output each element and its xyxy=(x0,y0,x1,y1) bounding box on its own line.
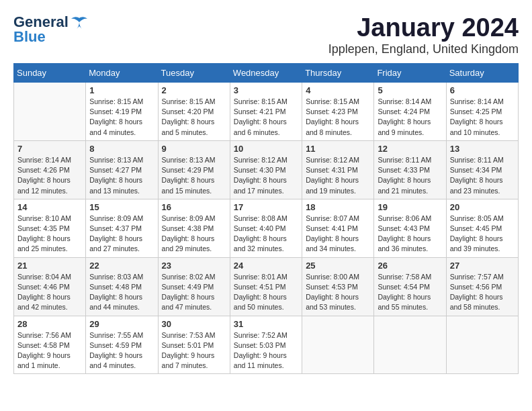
col-tuesday: Tuesday xyxy=(158,64,230,83)
calendar-cell: 5Sunrise: 8:14 AM Sunset: 4:24 PM Daylig… xyxy=(374,83,446,141)
day-number: 10 xyxy=(234,144,298,154)
day-number: 15 xyxy=(89,202,154,212)
day-number: 9 xyxy=(162,144,226,154)
calendar-cell: 1Sunrise: 8:15 AM Sunset: 4:19 PM Daylig… xyxy=(86,83,158,141)
day-number: 21 xyxy=(17,261,82,271)
day-number: 20 xyxy=(450,202,515,212)
calendar-body: 1Sunrise: 8:15 AM Sunset: 4:19 PM Daylig… xyxy=(14,83,519,374)
day-info: Sunrise: 7:58 AM Sunset: 4:54 PM Dayligh… xyxy=(378,272,442,313)
day-info: Sunrise: 8:13 AM Sunset: 4:27 PM Dayligh… xyxy=(89,155,154,196)
calendar-cell: 19Sunrise: 8:06 AM Sunset: 4:43 PM Dayli… xyxy=(374,199,446,257)
logo-blue-text: Blue xyxy=(13,28,46,46)
col-wednesday: Wednesday xyxy=(230,64,302,83)
calendar-cell: 24Sunrise: 8:01 AM Sunset: 4:51 PM Dayli… xyxy=(230,257,302,316)
day-number: 27 xyxy=(450,261,515,271)
calendar-week-4: 21Sunrise: 8:04 AM Sunset: 4:46 PM Dayli… xyxy=(14,257,519,316)
day-info: Sunrise: 8:11 AM Sunset: 4:34 PM Dayligh… xyxy=(450,155,515,196)
day-info: Sunrise: 8:15 AM Sunset: 4:20 PM Dayligh… xyxy=(162,97,226,138)
day-number: 14 xyxy=(17,202,82,212)
calendar-cell: 13Sunrise: 8:11 AM Sunset: 4:34 PM Dayli… xyxy=(446,140,518,199)
day-info: Sunrise: 8:06 AM Sunset: 4:43 PM Dayligh… xyxy=(378,214,442,255)
day-info: Sunrise: 8:02 AM Sunset: 4:49 PM Dayligh… xyxy=(162,272,226,313)
calendar-table: Sunday Monday Tuesday Wednesday Thursday… xyxy=(13,63,519,374)
day-info: Sunrise: 8:04 AM Sunset: 4:46 PM Dayligh… xyxy=(17,272,82,313)
day-number: 3 xyxy=(234,85,298,95)
day-number: 24 xyxy=(234,261,298,271)
day-info: Sunrise: 8:12 AM Sunset: 4:30 PM Dayligh… xyxy=(234,155,298,196)
day-number: 30 xyxy=(162,319,226,329)
calendar-cell xyxy=(374,316,446,374)
day-number: 4 xyxy=(306,85,370,95)
day-info: Sunrise: 8:09 AM Sunset: 4:37 PM Dayligh… xyxy=(89,214,154,255)
day-info: Sunrise: 8:15 AM Sunset: 4:21 PM Dayligh… xyxy=(234,97,298,138)
day-info: Sunrise: 7:56 AM Sunset: 4:58 PM Dayligh… xyxy=(17,330,82,371)
header-row: Sunday Monday Tuesday Wednesday Thursday… xyxy=(14,64,519,83)
day-info: Sunrise: 8:01 AM Sunset: 4:51 PM Dayligh… xyxy=(234,272,298,313)
calendar-week-3: 14Sunrise: 8:10 AM Sunset: 4:35 PM Dayli… xyxy=(14,199,519,257)
day-number: 22 xyxy=(89,261,154,271)
calendar-cell xyxy=(14,83,86,141)
day-info: Sunrise: 7:52 AM Sunset: 5:03 PM Dayligh… xyxy=(234,330,298,371)
day-number: 29 xyxy=(89,319,154,329)
day-info: Sunrise: 8:14 AM Sunset: 4:24 PM Dayligh… xyxy=(378,97,442,138)
day-number: 25 xyxy=(306,261,370,271)
col-sunday: Sunday xyxy=(14,64,86,83)
calendar-cell: 4Sunrise: 8:15 AM Sunset: 4:23 PM Daylig… xyxy=(302,83,374,141)
day-number: 26 xyxy=(378,261,442,271)
calendar-cell: 25Sunrise: 8:00 AM Sunset: 4:53 PM Dayli… xyxy=(302,257,374,316)
title-section: January 2024 Ipplepen, England, United K… xyxy=(328,13,519,56)
calendar-cell xyxy=(302,316,374,374)
calendar-cell: 6Sunrise: 8:14 AM Sunset: 4:25 PM Daylig… xyxy=(446,83,518,141)
col-monday: Monday xyxy=(86,64,158,83)
day-number: 5 xyxy=(378,85,442,95)
calendar-cell: 30Sunrise: 7:53 AM Sunset: 5:01 PM Dayli… xyxy=(158,316,230,374)
calendar-week-2: 7Sunrise: 8:14 AM Sunset: 4:26 PM Daylig… xyxy=(14,140,519,199)
col-saturday: Saturday xyxy=(446,64,518,83)
day-number: 31 xyxy=(234,319,298,329)
calendar-cell: 28Sunrise: 7:56 AM Sunset: 4:58 PM Dayli… xyxy=(14,316,86,374)
calendar-cell: 17Sunrise: 8:08 AM Sunset: 4:40 PM Dayli… xyxy=(230,199,302,257)
day-info: Sunrise: 8:13 AM Sunset: 4:29 PM Dayligh… xyxy=(162,155,226,196)
calendar-cell: 21Sunrise: 8:04 AM Sunset: 4:46 PM Dayli… xyxy=(14,257,86,316)
day-info: Sunrise: 8:10 AM Sunset: 4:35 PM Dayligh… xyxy=(17,214,82,255)
day-info: Sunrise: 8:08 AM Sunset: 4:40 PM Dayligh… xyxy=(234,214,298,255)
calendar-cell: 15Sunrise: 8:09 AM Sunset: 4:37 PM Dayli… xyxy=(86,199,158,257)
calendar-cell: 22Sunrise: 8:03 AM Sunset: 4:48 PM Dayli… xyxy=(86,257,158,316)
calendar-cell: 8Sunrise: 8:13 AM Sunset: 4:27 PM Daylig… xyxy=(86,140,158,199)
day-number: 17 xyxy=(234,202,298,212)
calendar-cell: 11Sunrise: 8:12 AM Sunset: 4:31 PM Dayli… xyxy=(302,140,374,199)
day-info: Sunrise: 8:14 AM Sunset: 4:26 PM Dayligh… xyxy=(17,155,82,196)
day-number: 28 xyxy=(17,319,82,329)
calendar-cell: 14Sunrise: 8:10 AM Sunset: 4:35 PM Dayli… xyxy=(14,199,86,257)
calendar-cell: 9Sunrise: 8:13 AM Sunset: 4:29 PM Daylig… xyxy=(158,140,230,199)
day-info: Sunrise: 8:15 AM Sunset: 4:23 PM Dayligh… xyxy=(306,97,370,138)
calendar-week-1: 1Sunrise: 8:15 AM Sunset: 4:19 PM Daylig… xyxy=(14,83,519,141)
calendar-cell: 26Sunrise: 7:58 AM Sunset: 4:54 PM Dayli… xyxy=(374,257,446,316)
calendar-cell: 3Sunrise: 8:15 AM Sunset: 4:21 PM Daylig… xyxy=(230,83,302,141)
day-number: 11 xyxy=(306,144,370,154)
calendar-cell: 2Sunrise: 8:15 AM Sunset: 4:20 PM Daylig… xyxy=(158,83,230,141)
day-info: Sunrise: 7:55 AM Sunset: 4:59 PM Dayligh… xyxy=(89,330,154,371)
day-info: Sunrise: 8:00 AM Sunset: 4:53 PM Dayligh… xyxy=(306,272,370,313)
calendar-cell: 20Sunrise: 8:05 AM Sunset: 4:45 PM Dayli… xyxy=(446,199,518,257)
day-number: 19 xyxy=(378,202,442,212)
calendar-cell: 31Sunrise: 7:52 AM Sunset: 5:03 PM Dayli… xyxy=(230,316,302,374)
calendar-cell xyxy=(446,316,518,374)
day-number: 12 xyxy=(378,144,442,154)
logo: General Blue xyxy=(13,13,89,46)
day-info: Sunrise: 8:11 AM Sunset: 4:33 PM Dayligh… xyxy=(378,155,442,196)
calendar-cell: 29Sunrise: 7:55 AM Sunset: 4:59 PM Dayli… xyxy=(86,316,158,374)
day-number: 16 xyxy=(162,202,226,212)
page-header: General Blue January 2024 Ipplepen, Engl… xyxy=(13,13,519,56)
day-number: 2 xyxy=(162,85,226,95)
calendar-week-5: 28Sunrise: 7:56 AM Sunset: 4:58 PM Dayli… xyxy=(14,316,519,374)
calendar-cell: 7Sunrise: 8:14 AM Sunset: 4:26 PM Daylig… xyxy=(14,140,86,199)
day-info: Sunrise: 8:03 AM Sunset: 4:48 PM Dayligh… xyxy=(89,272,154,313)
day-info: Sunrise: 7:57 AM Sunset: 4:56 PM Dayligh… xyxy=(450,272,515,313)
location-title: Ipplepen, England, United Kingdom xyxy=(328,42,519,56)
calendar-header: Sunday Monday Tuesday Wednesday Thursday… xyxy=(14,64,519,83)
day-number: 7 xyxy=(17,144,82,154)
month-title: January 2024 xyxy=(328,13,519,42)
day-info: Sunrise: 7:53 AM Sunset: 5:01 PM Dayligh… xyxy=(162,330,226,371)
day-number: 8 xyxy=(89,144,154,154)
